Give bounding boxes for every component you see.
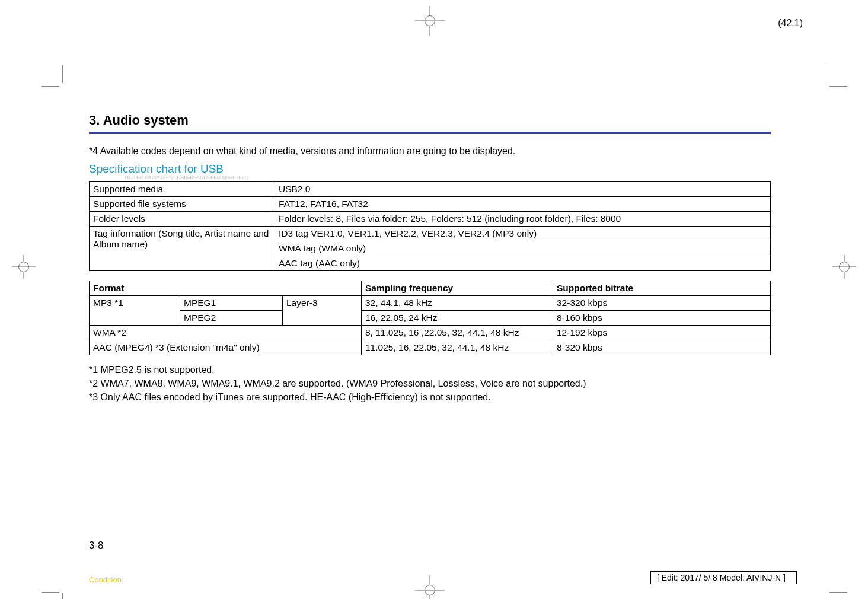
spec-label: Supported media	[90, 182, 275, 197]
format-aac: AAC (MPEG4) *3 (Extension "m4a" only)	[90, 340, 362, 355]
table-row: Folder levels Folder levels: 8, Files vi…	[90, 212, 771, 227]
spec-value: USB2.0	[275, 182, 771, 197]
sampling-value: 8, 11.025, 16 ,22.05, 32, 44.1, 48 kHz	[362, 326, 553, 340]
table-row: Supported file systems FAT12, FAT16, FAT…	[90, 197, 771, 212]
page: (42,1) 3. Audio system *4 Available code…	[0, 0, 868, 599]
spec-value: ID3 tag VER1.0, VER1.1, VER2.2, VER2.3, …	[275, 227, 771, 241]
intro-footnote: *4 Available codes depend on what kind o…	[89, 146, 771, 157]
spec-label: Supported file systems	[90, 197, 275, 212]
spec-value: WMA tag (WMA only)	[275, 241, 771, 256]
page-coordinate: (42,1)	[778, 18, 803, 28]
sampling-value: 11.025, 16, 22.05, 32, 44.1, 48 kHz	[362, 340, 553, 355]
footnotes: *1 MPEG2.5 is not supported. *2 WMA7, WM…	[89, 365, 771, 403]
mp3-codec: MPEG1	[180, 296, 283, 311]
table-row: Supported media USB2.0	[90, 182, 771, 197]
edit-info: [ Edit: 2017/ 5/ 8 Model: AIVINJ-N ]	[650, 571, 797, 584]
spec-value: Folder levels: 8, Files via folder: 255,…	[275, 212, 771, 227]
crop-corner	[829, 86, 847, 87]
crop-corner	[62, 593, 63, 599]
sub-heading: Specification chart for USB	[89, 163, 771, 176]
format-wma: WMA *2	[90, 326, 362, 340]
mp3-layer: Layer-3	[283, 296, 362, 326]
bitrate-value: 12-192 kbps	[553, 326, 771, 340]
crop-corner	[42, 592, 59, 593]
reg-mark-bottom	[415, 575, 445, 599]
crop-corner	[62, 65, 63, 83]
footnote: *2 WMA7, WMA8, WMA9, WMA9.1, WMA9.2 are …	[89, 378, 771, 389]
col-sampling: Sampling frequency	[362, 281, 553, 296]
accent-bar	[89, 132, 771, 134]
footnote: *3 Only AAC files encoded by iTunes are …	[89, 392, 771, 403]
crop-corner	[829, 592, 847, 593]
reg-mark-top	[415, 6, 445, 36]
crop-corner	[42, 86, 59, 87]
page-number: 3-8	[89, 540, 104, 552]
reg-mark-left	[12, 255, 36, 279]
content: 3. Audio system *4 Available codes depen…	[89, 113, 771, 406]
section-number: 3.	[89, 113, 100, 128]
col-format: Format	[90, 281, 362, 296]
table-row: AAC (MPEG4) *3 (Extension "m4a" only) 11…	[90, 340, 771, 355]
bitrate-value: 8-320 kbps	[553, 340, 771, 355]
mp3-codec: MPEG2	[180, 311, 283, 326]
spec-value: FAT12, FAT16, FAT32	[275, 197, 771, 212]
spec-label: Tag information (Song title, Artist name…	[90, 227, 275, 271]
table-row: MPEG2 16, 22.05, 24 kHz 8-160 kbps	[90, 311, 771, 326]
table-row: WMA *2 8, 11.025, 16 ,22.05, 32, 44.1, 4…	[90, 326, 771, 340]
section-title-text: Audio system	[103, 113, 189, 128]
spec-table: Supported media USB2.0 Supported file sy…	[89, 181, 771, 271]
bitrate-value: 8-160 kbps	[553, 311, 771, 326]
table-row: MP3 *1 MPEG1 Layer-3 32, 44.1, 48 kHz 32…	[90, 296, 771, 311]
section-heading: 3. Audio system	[89, 113, 771, 128]
spec-label: Folder levels	[90, 212, 275, 227]
bitrate-value: 32-320 kbps	[553, 296, 771, 311]
crop-corner	[826, 65, 826, 83]
guid-text: GUID-6D2C4A13-89EC-4642-A614-FF0B956F762…	[125, 174, 771, 180]
format-mp3: MP3 *1	[90, 296, 180, 326]
table-row: Tag information (Song title, Artist name…	[90, 227, 771, 241]
reg-mark-right	[832, 255, 856, 279]
spec-value: AAC tag (AAC only)	[275, 256, 771, 271]
sampling-value: 16, 22.05, 24 kHz	[362, 311, 553, 326]
sampling-value: 32, 44.1, 48 kHz	[362, 296, 553, 311]
crop-corner	[826, 593, 826, 599]
table-header-row: Format Sampling frequency Supported bitr…	[90, 281, 771, 296]
col-bitrate: Supported bitrate	[553, 281, 771, 296]
condition-label: Condition:	[89, 575, 124, 584]
format-table: Format Sampling frequency Supported bitr…	[89, 281, 771, 355]
footnote: *1 MPEG2.5 is not supported.	[89, 365, 771, 375]
